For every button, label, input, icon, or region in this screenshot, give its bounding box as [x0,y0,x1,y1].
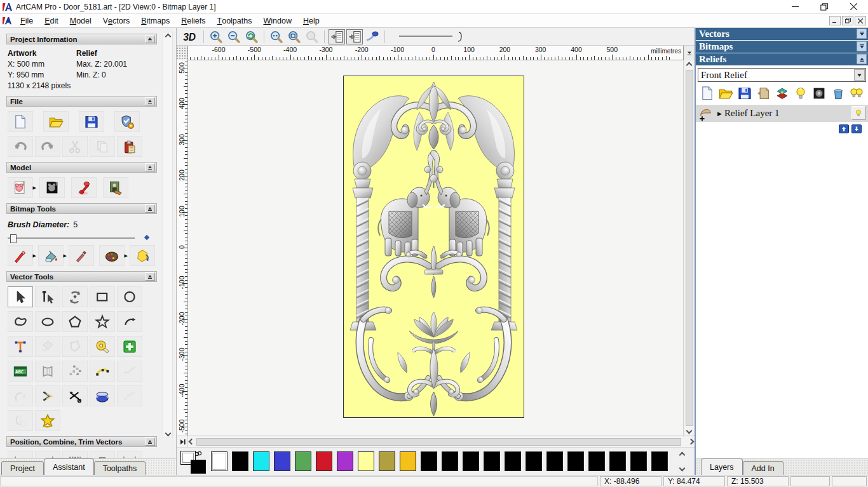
align-right-button[interactable] [35,451,60,458]
palette-swatch-15[interactable] [526,451,542,471]
cut-button[interactable] [62,136,88,157]
menu-window[interactable]: Window [257,14,297,28]
palette-swatch-4[interactable] [295,451,311,471]
stack-header-bitmaps[interactable]: Bitmaps [696,41,868,53]
scrollbar-thumb[interactable] [686,70,693,426]
scroll-up-icon[interactable] [165,34,171,40]
primary-secondary-colours[interactable] [180,451,210,474]
save-model-button[interactable] [79,111,104,132]
palette-swatch-14[interactable] [505,451,521,471]
paste-relief-button[interactable] [756,86,771,101]
slider-thumb[interactable] [10,234,17,243]
tab-toolpaths[interactable]: Toolpaths [94,461,146,475]
wrap-vectors-button[interactable] [35,336,60,357]
fit-curve-button[interactable] [8,385,33,406]
redo-button[interactable] [35,136,60,157]
ruler-units-dropdown[interactable] [683,46,695,60]
relief-artwork-bitmap[interactable] [343,76,524,418]
brush-diameter-slider[interactable] [8,234,135,242]
create-rectangle-button[interactable] [90,286,115,307]
scrollbar-thumb[interactable] [196,438,681,446]
menu-model[interactable]: Model [64,14,97,28]
palette-swatch-21[interactable] [651,451,668,471]
open-layer-button[interactable] [718,86,733,101]
palette-swatch-5[interactable] [316,451,332,471]
rollup-button[interactable] [145,204,155,213]
canvas-horizontal-scrollbar[interactable] [188,436,695,447]
zoom-11-button[interactable] [268,29,285,44]
expand-arrow-icon[interactable]: ▶ [717,110,722,117]
combo-dropdown-icon[interactable] [854,69,865,81]
close-button[interactable] [839,0,868,14]
palette-swatch-1[interactable] [232,451,248,471]
new-model-button[interactable] [8,111,33,132]
open-model-button[interactable] [43,111,69,132]
tab-add-in[interactable]: Add In [743,461,783,475]
copy-vector-button[interactable] [346,29,363,44]
relief-layer-item[interactable]: ▶ Relief Layer 1 [696,105,868,122]
block-model-button[interactable] [117,336,142,357]
scroll-down-icon[interactable] [679,465,685,472]
palette-scrollbar[interactable] [676,450,688,473]
smudge-button[interactable] [364,29,381,44]
palette-swatch-11[interactable] [442,451,458,471]
create-circle-button[interactable] [117,286,142,307]
menu-vectors[interactable]: Vectors [97,14,135,28]
mdi-minimize-button[interactable] [829,16,841,25]
flood-fill-button[interactable]: ▶ [38,245,64,266]
minimize-button[interactable] [780,0,810,14]
create-arc-button[interactable] [117,311,142,332]
copy-bitmap-button[interactable] [329,29,345,44]
align-top-button[interactable] [62,451,88,458]
reduce-colours-button[interactable] [130,245,155,266]
zoom-previous-button[interactable] [243,29,260,44]
node-editing-button[interactable] [35,286,60,307]
merge-layers-button[interactable] [775,86,790,101]
canvas-corner-button[interactable] [177,436,188,447]
simplify-button[interactable] [117,361,142,382]
scroll-down-icon[interactable] [686,428,693,434]
panel-scrollbar[interactable] [163,32,173,438]
scroll-left-icon[interactable] [189,439,195,445]
palette-swatch-10[interactable] [421,451,437,471]
align-bottom-button[interactable] [90,451,115,458]
mirror-vectors-button[interactable] [8,410,33,431]
rollup-button[interactable] [145,163,155,171]
menu-file[interactable]: File [15,14,39,28]
rollup-button[interactable] [145,437,155,446]
create-text-button[interactable] [8,336,33,357]
scroll-right-icon[interactable] [688,439,695,445]
set-model-size-button[interactable]: T▶ [8,177,33,198]
sculpting-button[interactable] [90,385,115,406]
menu-edit[interactable]: Edit [39,14,64,28]
invert-model-button[interactable]: T [39,177,65,198]
palette-button[interactable]: ▶ [99,245,125,266]
create-polyline-button[interactable] [8,311,33,332]
mdi-restore-button[interactable] [842,16,853,25]
zoom-fit-button[interactable] [286,29,302,44]
palette-swatch-8[interactable] [379,451,395,471]
move-layer-up-button[interactable] [839,124,849,133]
lighting-button[interactable] [71,177,97,198]
zoom-in-button[interactable] [208,29,224,44]
scroll-down-icon[interactable] [165,430,171,437]
text-abc-button[interactable]: ABC [8,361,33,382]
save-layer-button[interactable] [737,86,752,101]
create-polygon-button[interactable] [62,311,88,332]
paint-button[interactable]: ▶ [8,245,33,266]
delete-layer-button[interactable] [831,86,846,101]
clip-vectors-button[interactable] [62,385,88,406]
palette-swatch-7[interactable] [358,451,374,471]
measure-button[interactable] [90,336,115,357]
stack-header-reliefs[interactable]: Reliefs [696,53,868,65]
join-vectors-button[interactable] [117,385,142,406]
tab-project[interactable]: Project [1,461,44,475]
create-ellipse-button[interactable] [35,311,60,332]
toggle-all-visibility-button[interactable] [849,86,864,101]
link-colours-icon[interactable] [194,451,202,457]
stack-down-button[interactable] [857,41,867,51]
zoom-out-button[interactable] [226,29,242,44]
greyscale-view-button[interactable] [811,86,827,101]
secondary-colour-swatch[interactable] [191,460,206,474]
stack-header-vectors[interactable]: Vectors [696,28,868,40]
